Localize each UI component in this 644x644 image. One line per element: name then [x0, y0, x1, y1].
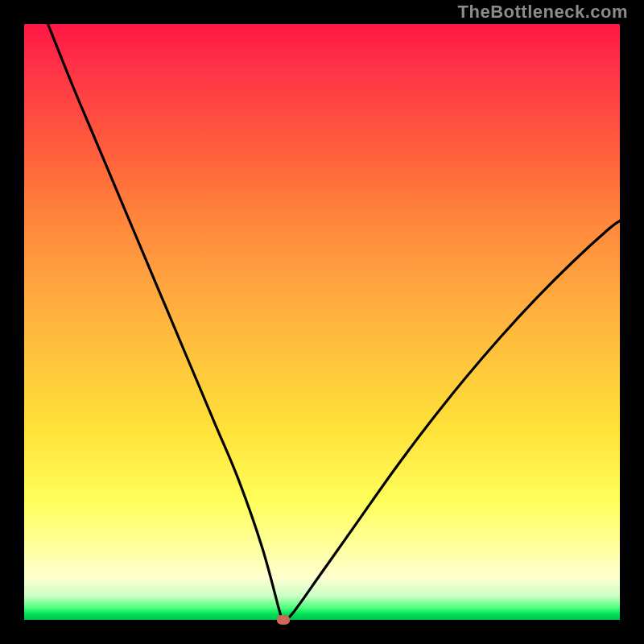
curve-layer [24, 24, 620, 620]
bottleneck-curve [48, 24, 620, 621]
min-point-marker [277, 615, 290, 625]
plot-area [24, 24, 620, 620]
chart-frame: TheBottleneck.com [0, 0, 644, 644]
attribution-text: TheBottleneck.com [458, 2, 628, 23]
